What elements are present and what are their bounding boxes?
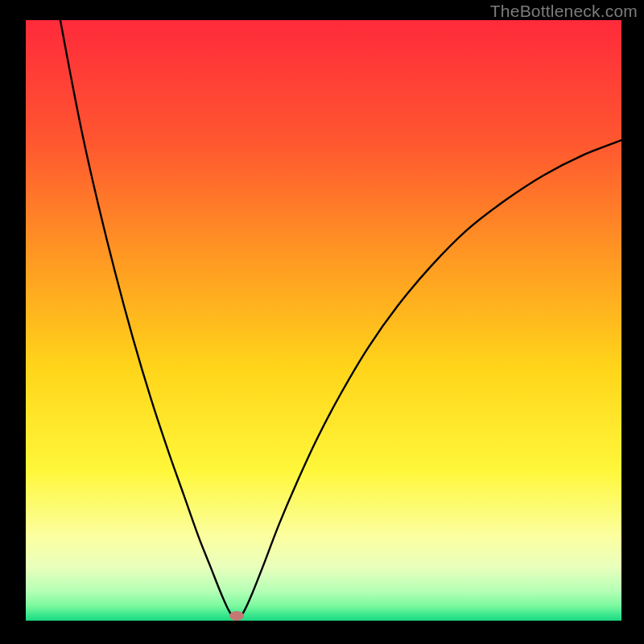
chart-frame: TheBottleneck.com bbox=[0, 0, 644, 644]
watermark-text: TheBottleneck.com bbox=[490, 2, 638, 21]
current-point-marker bbox=[229, 611, 244, 621]
bottleneck-chart bbox=[0, 0, 644, 644]
plot-background bbox=[26, 20, 621, 621]
